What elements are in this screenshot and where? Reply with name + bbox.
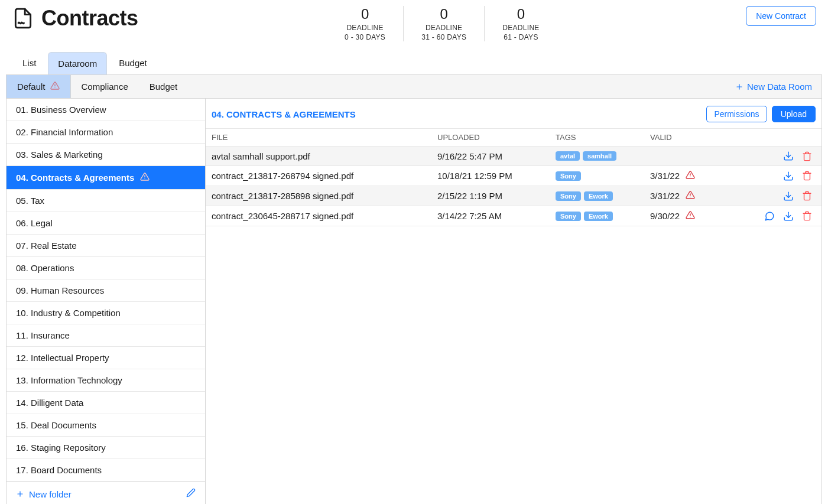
folder-item[interactable]: 12. Intellectual Property (7, 347, 205, 369)
folder-item[interactable]: 04. Contracts & Agreements (7, 166, 205, 190)
deadline-card: 0 DEADLINE 61 - DAYS (485, 6, 557, 41)
permissions-button[interactable]: Permissions (706, 106, 767, 122)
delete-icon[interactable] (802, 211, 812, 221)
sub-tab-label: Default (17, 82, 46, 92)
download-icon[interactable] (783, 211, 794, 222)
deadline-count: 0 (421, 6, 466, 22)
deadline-card: 0 DEADLINE 31 - 60 DAYS (404, 6, 485, 41)
deadline-count: 0 (502, 6, 539, 22)
file-row[interactable]: contract_213817-285898 signed.pdf 2/15/2… (206, 186, 821, 206)
folder-item[interactable]: 06. Legal (7, 212, 205, 235)
folder-label: 06. Legal (16, 218, 53, 228)
row-actions (745, 171, 816, 181)
deadline-range: 0 - 30 DAYS (345, 33, 385, 41)
new-folder-label: New folder (29, 489, 72, 499)
warning-icon (686, 210, 695, 222)
folder-item[interactable]: 09. Human Resources (7, 279, 205, 302)
warning-icon (686, 190, 695, 201)
folder-label: 12. Intellectual Property (16, 353, 109, 363)
file-name: avtal samhall support.pdf (212, 151, 437, 161)
tag: Ework (584, 191, 613, 201)
folder-item[interactable]: 08. Operations (7, 257, 205, 279)
tag: avtal (556, 151, 580, 161)
sub-tab-compliance[interactable]: Compliance (71, 75, 139, 98)
folder-label: 17. Board Documents (16, 465, 102, 475)
delete-icon[interactable] (802, 171, 812, 181)
new-folder-button[interactable]: New folder (16, 489, 72, 499)
deadline-label: DEADLINE (421, 24, 466, 32)
folder-item[interactable]: 10. Industry & Competition (7, 302, 205, 324)
folder-item[interactable]: 03. Sales & Marketing (7, 144, 205, 166)
folder-item[interactable]: 02. Financial Information (7, 121, 205, 144)
file-name: contract_230645-288717 signed.pdf (212, 211, 437, 221)
tag: Sony (556, 171, 581, 181)
edit-folders-button[interactable] (186, 488, 196, 500)
folder-label: 15. Deal Documents (16, 420, 96, 430)
folder-item[interactable]: 13. Information Technology (7, 369, 205, 392)
title-block: Contracts (12, 6, 138, 31)
folder-label: 03. Sales & Marketing (16, 149, 103, 160)
folder-item[interactable]: 15. Deal Documents (7, 414, 205, 437)
warning-icon (140, 172, 150, 183)
upload-button[interactable]: Upload (772, 106, 816, 122)
folder-item[interactable]: 16. Staging Repository (7, 437, 205, 459)
file-uploaded: 3/14/22 7:25 AM (437, 211, 556, 221)
delete-icon[interactable] (802, 191, 812, 201)
row-actions (745, 211, 816, 222)
row-actions (745, 151, 816, 161)
deadline-card: 0 DEADLINE 0 - 30 DAYS (327, 6, 404, 41)
folder-label: 07. Real Estate (16, 240, 77, 251)
folder-label: 08. Operations (16, 263, 74, 273)
col-tags: TAGS (556, 133, 650, 142)
file-row[interactable]: contract_230645-288717 signed.pdf 3/14/2… (206, 206, 821, 226)
folder-item[interactable]: 17. Board Documents (7, 459, 205, 482)
folder-label: 04. Contracts & Agreements (16, 173, 134, 183)
folder-item[interactable]: 01. Business Overview (7, 99, 205, 121)
contracts-icon (12, 7, 34, 30)
file-tags: Sony (556, 171, 650, 181)
sub-tab-label: Budget (150, 82, 178, 92)
tag: samhall (583, 151, 616, 161)
file-valid: 3/31/22 (650, 190, 745, 201)
file-name: contract_213817-268794 signed.pdf (212, 171, 437, 181)
file-name: contract_213817-285898 signed.pdf (212, 191, 437, 201)
new-contract-button[interactable]: New Contract (746, 6, 816, 26)
folder-item[interactable]: 05. Tax (7, 190, 205, 212)
download-icon[interactable] (783, 171, 794, 181)
delete-icon[interactable] (802, 151, 812, 161)
folder-label: 11. Insurance (16, 330, 70, 340)
folder-label: 14. Dilligent Data (16, 398, 83, 408)
sub-tab-budget[interactable]: Budget (139, 75, 189, 98)
main-tabs: ListDataroomBudget (0, 41, 828, 74)
sub-tab-default[interactable]: Default (7, 75, 71, 98)
folder-label: 09. Human Resources (16, 285, 104, 295)
new-dataroom-button[interactable]: New Data Room (726, 75, 821, 98)
sub-tab-label: Compliance (82, 82, 128, 92)
file-row[interactable]: avtal samhall support.pdf 9/16/22 5:47 P… (206, 147, 821, 166)
col-valid: VALID (650, 133, 745, 142)
file-valid: 9/30/22 (650, 210, 745, 222)
folder-item[interactable]: 11. Insurance (7, 324, 205, 347)
folder-label: 01. Business Overview (16, 105, 106, 115)
download-icon[interactable] (783, 191, 794, 201)
deadlines-strip: 0 DEADLINE 0 - 30 DAYS 0 DEADLINE 31 - 6… (327, 6, 557, 41)
folder-label: 02. Financial Information (16, 127, 113, 137)
main-content: 04. CONTRACTS & AGREEMENTS Permissions U… (206, 99, 821, 504)
folder-item[interactable]: 14. Dilligent Data (7, 392, 205, 414)
tag: Sony (556, 212, 581, 221)
folder-label: 10. Industry & Competition (16, 308, 121, 318)
download-icon[interactable] (783, 151, 794, 161)
main-tab-budget[interactable]: Budget (109, 52, 157, 74)
col-uploaded: UPLOADED (437, 133, 556, 142)
chat-icon[interactable] (764, 211, 775, 222)
folder-item[interactable]: 07. Real Estate (7, 235, 205, 257)
file-row[interactable]: contract_213817-268794 signed.pdf 10/18/… (206, 166, 821, 186)
file-uploaded: 10/18/21 12:59 PM (437, 171, 556, 181)
main-tab-list[interactable]: List (13, 52, 46, 74)
folder-label: 05. Tax (16, 196, 44, 206)
new-dataroom-label: New Data Room (747, 82, 812, 92)
file-valid: 3/31/22 (650, 170, 745, 181)
file-tags: SonyEwork (556, 191, 650, 201)
main-tab-dataroom[interactable]: Dataroom (48, 52, 107, 74)
file-tags: avtalsamhall (556, 151, 650, 161)
